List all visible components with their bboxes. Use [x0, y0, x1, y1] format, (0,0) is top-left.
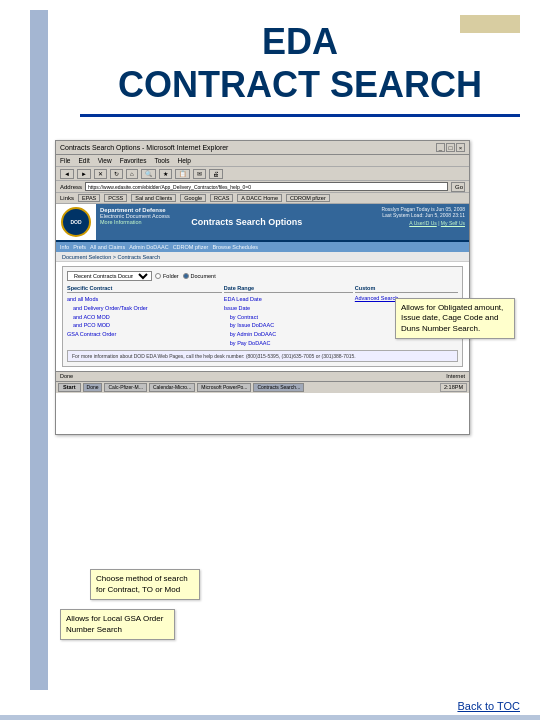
- minimize-button[interactable]: _: [436, 143, 445, 152]
- favorites-button[interactable]: ★: [159, 169, 172, 179]
- nav-prefs[interactable]: Prefs: [73, 244, 86, 250]
- page-background: EDA CONTRACT SEARCH Contracts Search Opt…: [0, 0, 540, 720]
- system-clock: 2:18PM: [440, 383, 467, 392]
- folder-document-radio: Folder Document: [155, 273, 216, 279]
- title-area: EDA CONTRACT SEARCH: [80, 20, 520, 117]
- refresh-button[interactable]: ↻: [110, 169, 123, 179]
- taskbar-item-calc[interactable]: Calc-Pfizer-M...: [104, 383, 146, 392]
- nav-info[interactable]: Info: [60, 244, 69, 250]
- specific-aco-mod[interactable]: and ACO MOD: [67, 313, 222, 322]
- title-line2: CONTRACT SEARCH: [118, 64, 482, 105]
- page-title: EDA CONTRACT SEARCH: [80, 20, 520, 106]
- title-line1: EDA: [262, 21, 338, 62]
- menu-favorites[interactable]: Favorites: [120, 157, 147, 164]
- date-by-issue-daac[interactable]: by Issue DoDAAC: [224, 321, 353, 330]
- links-label: Links: [60, 195, 74, 201]
- system-load: Last System Load: Jun 5, 2008 23:11: [322, 212, 465, 218]
- start-button[interactable]: Start: [58, 383, 81, 392]
- search-panel-header: Recent Contracts Document Folder Documen…: [67, 271, 458, 281]
- dod-seal: DOD: [61, 207, 91, 237]
- date-issue[interactable]: Issue Date: [224, 304, 353, 313]
- stop-button[interactable]: ✕: [94, 169, 107, 179]
- date-range-column: Date Range EDA Lead Date Issue Date by C…: [224, 285, 353, 348]
- callout-choose-text: Choose method of search for Contract, TO…: [96, 574, 188, 593]
- callout-obligated: Allows for Obligated amount, Issue date,…: [395, 298, 515, 339]
- nav-admin[interactable]: Admin DoDAAC: [129, 244, 168, 250]
- radio-folder[interactable]: Folder: [155, 273, 179, 279]
- breadcrumb: Document Selection > Contracts Search: [56, 252, 469, 262]
- taskbar-item-powerpoint[interactable]: Microsoft PowerPo...: [197, 383, 251, 392]
- specific-delivery-order[interactable]: and Delivery Order/Task Order: [67, 304, 222, 313]
- close-button[interactable]: ×: [456, 143, 465, 152]
- taskbar-item-contracts[interactable]: Contracts Search...: [253, 383, 304, 392]
- menu-help[interactable]: Help: [178, 157, 191, 164]
- print-button[interactable]: 🖨: [209, 169, 223, 179]
- document-radio-circle[interactable]: [183, 273, 189, 279]
- callout-local-text: Allows for Local GSA Order Number Search: [66, 614, 163, 633]
- callout-choose-method: Choose method of search for Contract, TO…: [90, 569, 200, 600]
- maximize-button[interactable]: □: [446, 143, 455, 152]
- header-links: A UserID Us | My Self Us: [322, 220, 465, 226]
- specific-pco-mod[interactable]: and PCO MOD: [67, 321, 222, 330]
- forward-button[interactable]: ►: [77, 169, 91, 179]
- address-input[interactable]: [85, 182, 448, 191]
- date-eda-lead[interactable]: EDA Lead Date: [224, 295, 353, 304]
- link-google[interactable]: Google: [180, 194, 206, 202]
- recent-contract-dropdown[interactable]: Recent Contracts Document: [67, 271, 152, 281]
- eda-user-info: Rosslyn Pagan Today is Jun 05, 2008 Last…: [318, 204, 469, 240]
- menu-edit[interactable]: Edit: [78, 157, 89, 164]
- header-link-userid[interactable]: A UserID Us: [409, 220, 437, 226]
- link-rcas[interactable]: RCAS: [210, 194, 233, 202]
- date-by-pay-daac[interactable]: by Pay DoDAAC: [224, 339, 353, 348]
- history-button[interactable]: 📋: [175, 169, 190, 179]
- nav-cdrom[interactable]: CDROM pfizer: [173, 244, 209, 250]
- link-pcss[interactable]: PCSS: [104, 194, 127, 202]
- status-internet: Internet: [446, 373, 465, 379]
- browser-menubar: File Edit View Favorites Tools Help: [56, 155, 469, 167]
- date-by-admin-daac[interactable]: by Admin DoDAAC: [224, 330, 353, 339]
- search-options-title: Contracts Search Options: [191, 217, 302, 227]
- callout-local-gsa: Allows for Local GSA Order Number Search: [60, 609, 175, 640]
- back-to-toc-link[interactable]: Back to TOC: [457, 700, 520, 712]
- link-cdrom[interactable]: CDROM pfizer: [286, 194, 330, 202]
- custom-title: Custom: [355, 285, 458, 293]
- window-controls: _ □ ×: [436, 143, 465, 152]
- taskbar-item-calendar[interactable]: Calendar-Micro...: [149, 383, 195, 392]
- breadcrumb-text: Document Selection > Contracts Search: [62, 254, 160, 260]
- search-button[interactable]: 🔍: [141, 169, 156, 179]
- menu-tools[interactable]: Tools: [154, 157, 169, 164]
- browser-addressbar: Address Go: [56, 181, 469, 193]
- specific-contract-title: Specific Contract: [67, 285, 222, 293]
- browser-linksbar: Links EPAS PCSS Sal and Clients Google R…: [56, 193, 469, 204]
- specific-all-mods[interactable]: and all Mods: [67, 295, 222, 304]
- nav-browse[interactable]: Browse Schedules: [212, 244, 258, 250]
- folder-radio-circle[interactable]: [155, 273, 161, 279]
- menu-file[interactable]: File: [60, 157, 70, 164]
- header-link-myself[interactable]: My Self Us: [441, 220, 465, 226]
- specific-contract-column: Specific Contract and all Mods and Deliv…: [67, 285, 222, 348]
- browser-statusbar: Done Internet: [56, 371, 469, 381]
- eda-header-text: Department of Defense Electronic Documen…: [96, 204, 175, 240]
- mail-button[interactable]: ✉: [193, 169, 206, 179]
- callout-obligated-text: Allows for Obligated amount, Issue date,…: [401, 303, 503, 333]
- back-button[interactable]: ◄: [60, 169, 74, 179]
- link-sal[interactable]: Sal and Clients: [131, 194, 176, 202]
- specific-gsa-order[interactable]: GSA Contract Order: [67, 330, 222, 339]
- link-epas[interactable]: EPAS: [78, 194, 100, 202]
- radio-document[interactable]: Document: [183, 273, 216, 279]
- title-underline: [80, 114, 520, 117]
- address-label: Address: [60, 184, 82, 190]
- go-button[interactable]: Go: [451, 182, 465, 192]
- menu-view[interactable]: View: [98, 157, 112, 164]
- info-bar-text: For more information about DOD EDA Web P…: [72, 353, 356, 359]
- folder-label: Folder: [163, 273, 179, 279]
- accent-box-top-right: [460, 15, 520, 33]
- taskbar-item-done[interactable]: Done: [83, 383, 103, 392]
- link-adacc[interactable]: A DACC Home: [237, 194, 282, 202]
- eda-page-header: DOD Department of Defense Electronic Doc…: [56, 204, 469, 242]
- date-by-contract[interactable]: by Contract: [224, 313, 353, 322]
- nav-all-claims[interactable]: All and Claims: [90, 244, 125, 250]
- eda-tagline: More Information: [100, 219, 171, 225]
- eda-navbar: Info Prefs All and Claims Admin DoDAAC C…: [56, 242, 469, 252]
- home-button[interactable]: ⌂: [126, 169, 138, 179]
